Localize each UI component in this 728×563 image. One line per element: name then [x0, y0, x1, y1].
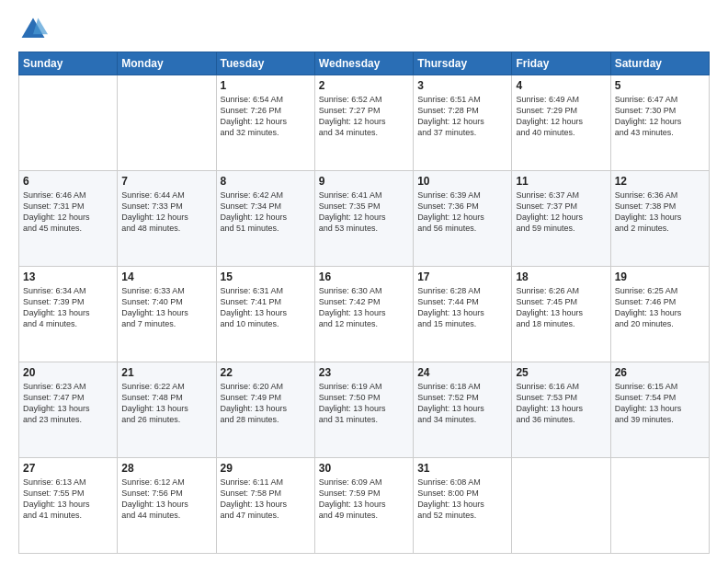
calendar-cell: 19Sunrise: 6:25 AM Sunset: 7:46 PM Dayli… — [610, 267, 709, 362]
calendar-cell: 25Sunrise: 6:16 AM Sunset: 7:53 PM Dayli… — [512, 362, 610, 458]
day-info: Sunrise: 6:42 AM Sunset: 7:34 PM Dayligh… — [221, 190, 311, 235]
calendar-week-5: 27Sunrise: 6:13 AM Sunset: 7:55 PM Dayli… — [19, 458, 710, 554]
calendar-cell: 12Sunrise: 6:36 AM Sunset: 7:38 PM Dayli… — [610, 171, 709, 267]
day-number: 6 — [23, 175, 113, 188]
day-info: Sunrise: 6:23 AM Sunset: 7:47 PM Dayligh… — [23, 381, 113, 426]
calendar-cell: 6Sunrise: 6:46 AM Sunset: 7:31 PM Daylig… — [19, 171, 118, 267]
day-number: 3 — [417, 79, 507, 92]
calendar-cell: 8Sunrise: 6:42 AM Sunset: 7:34 PM Daylig… — [216, 171, 314, 267]
day-number: 2 — [319, 79, 409, 92]
day-info: Sunrise: 6:33 AM Sunset: 7:40 PM Dayligh… — [121, 285, 211, 330]
calendar-cell: 14Sunrise: 6:33 AM Sunset: 7:40 PM Dayli… — [118, 267, 216, 362]
day-info: Sunrise: 6:30 AM Sunset: 7:42 PM Dayligh… — [319, 285, 409, 330]
day-info: Sunrise: 6:25 AM Sunset: 7:46 PM Dayligh… — [615, 285, 705, 330]
day-info: Sunrise: 6:28 AM Sunset: 7:44 PM Dayligh… — [417, 285, 507, 330]
calendar-cell: 9Sunrise: 6:41 AM Sunset: 7:35 PM Daylig… — [314, 171, 413, 267]
calendar-cell: 3Sunrise: 6:51 AM Sunset: 7:28 PM Daylig… — [414, 75, 512, 171]
day-info: Sunrise: 6:26 AM Sunset: 7:45 PM Dayligh… — [516, 285, 606, 330]
day-info: Sunrise: 6:22 AM Sunset: 7:48 PM Dayligh… — [121, 381, 211, 426]
calendar-cell: 29Sunrise: 6:11 AM Sunset: 7:58 PM Dayli… — [216, 458, 314, 554]
calendar-week-1: 1Sunrise: 6:54 AM Sunset: 7:26 PM Daylig… — [19, 75, 710, 171]
day-number: 14 — [121, 270, 211, 283]
day-number: 11 — [516, 175, 606, 188]
header — [18, 15, 710, 44]
day-number: 8 — [221, 175, 311, 188]
day-number: 26 — [615, 366, 705, 379]
calendar-cell: 27Sunrise: 6:13 AM Sunset: 7:55 PM Dayli… — [19, 458, 118, 554]
calendar-cell: 28Sunrise: 6:12 AM Sunset: 7:56 PM Dayli… — [118, 458, 216, 554]
calendar-cell: 16Sunrise: 6:30 AM Sunset: 7:42 PM Dayli… — [314, 267, 413, 362]
day-number: 20 — [23, 366, 113, 379]
day-info: Sunrise: 6:49 AM Sunset: 7:29 PM Dayligh… — [516, 94, 606, 139]
calendar-cell: 4Sunrise: 6:49 AM Sunset: 7:29 PM Daylig… — [512, 75, 610, 171]
calendar-cell: 24Sunrise: 6:18 AM Sunset: 7:52 PM Dayli… — [414, 362, 512, 458]
day-info: Sunrise: 6:09 AM Sunset: 7:59 PM Dayligh… — [319, 477, 409, 522]
calendar-cell: 2Sunrise: 6:52 AM Sunset: 7:27 PM Daylig… — [314, 75, 413, 171]
calendar-header-thursday: Thursday — [414, 52, 512, 75]
day-number: 18 — [516, 270, 606, 283]
calendar-week-3: 13Sunrise: 6:34 AM Sunset: 7:39 PM Dayli… — [19, 267, 710, 362]
calendar-table: SundayMondayTuesdayWednesdayThursdayFrid… — [18, 52, 710, 554]
day-info: Sunrise: 6:37 AM Sunset: 7:37 PM Dayligh… — [516, 190, 606, 235]
calendar-cell: 20Sunrise: 6:23 AM Sunset: 7:47 PM Dayli… — [19, 362, 118, 458]
calendar-cell: 26Sunrise: 6:15 AM Sunset: 7:54 PM Dayli… — [610, 362, 709, 458]
calendar-header-wednesday: Wednesday — [314, 52, 413, 75]
day-info: Sunrise: 6:12 AM Sunset: 7:56 PM Dayligh… — [121, 477, 211, 522]
day-number: 22 — [221, 366, 311, 379]
day-number: 27 — [23, 462, 113, 475]
day-number: 15 — [221, 270, 311, 283]
day-info: Sunrise: 6:36 AM Sunset: 7:38 PM Dayligh… — [615, 190, 705, 235]
page: SundayMondayTuesdayWednesdayThursdayFrid… — [0, 0, 728, 563]
calendar-cell: 30Sunrise: 6:09 AM Sunset: 7:59 PM Dayli… — [314, 458, 413, 554]
day-info: Sunrise: 6:46 AM Sunset: 7:31 PM Dayligh… — [23, 190, 113, 235]
day-info: Sunrise: 6:51 AM Sunset: 7:28 PM Dayligh… — [417, 94, 507, 139]
calendar-cell: 23Sunrise: 6:19 AM Sunset: 7:50 PM Dayli… — [314, 362, 413, 458]
calendar-header-row: SundayMondayTuesdayWednesdayThursdayFrid… — [19, 52, 710, 75]
day-info: Sunrise: 6:34 AM Sunset: 7:39 PM Dayligh… — [23, 285, 113, 330]
day-number: 9 — [319, 175, 409, 188]
day-info: Sunrise: 6:39 AM Sunset: 7:36 PM Dayligh… — [417, 190, 507, 235]
day-info: Sunrise: 6:47 AM Sunset: 7:30 PM Dayligh… — [615, 94, 705, 139]
calendar-cell — [512, 458, 610, 554]
day-number: 31 — [417, 462, 507, 475]
calendar-header-sunday: Sunday — [19, 52, 118, 75]
day-info: Sunrise: 6:44 AM Sunset: 7:33 PM Dayligh… — [121, 190, 211, 235]
calendar-cell — [610, 458, 709, 554]
day-number: 19 — [615, 270, 705, 283]
calendar-cell: 1Sunrise: 6:54 AM Sunset: 7:26 PM Daylig… — [216, 75, 314, 171]
day-number: 25 — [516, 366, 606, 379]
day-info: Sunrise: 6:11 AM Sunset: 7:58 PM Dayligh… — [221, 477, 311, 522]
day-number: 17 — [417, 270, 507, 283]
calendar-cell: 7Sunrise: 6:44 AM Sunset: 7:33 PM Daylig… — [118, 171, 216, 267]
calendar-week-4: 20Sunrise: 6:23 AM Sunset: 7:47 PM Dayli… — [19, 362, 710, 458]
day-info: Sunrise: 6:54 AM Sunset: 7:26 PM Dayligh… — [221, 94, 311, 139]
calendar-cell: 18Sunrise: 6:26 AM Sunset: 7:45 PM Dayli… — [512, 267, 610, 362]
calendar-cell: 15Sunrise: 6:31 AM Sunset: 7:41 PM Dayli… — [216, 267, 314, 362]
day-info: Sunrise: 6:15 AM Sunset: 7:54 PM Dayligh… — [615, 381, 705, 426]
calendar-cell: 10Sunrise: 6:39 AM Sunset: 7:36 PM Dayli… — [414, 171, 512, 267]
day-number: 29 — [221, 462, 311, 475]
day-info: Sunrise: 6:41 AM Sunset: 7:35 PM Dayligh… — [319, 190, 409, 235]
day-number: 5 — [615, 79, 705, 92]
day-number: 28 — [121, 462, 211, 475]
calendar-cell: 13Sunrise: 6:34 AM Sunset: 7:39 PM Dayli… — [19, 267, 118, 362]
calendar-cell — [19, 75, 118, 171]
day-number: 4 — [516, 79, 606, 92]
calendar-cell — [118, 75, 216, 171]
day-number: 10 — [417, 175, 507, 188]
day-info: Sunrise: 6:16 AM Sunset: 7:53 PM Dayligh… — [516, 381, 606, 426]
calendar-header-monday: Monday — [118, 52, 216, 75]
day-number: 23 — [319, 366, 409, 379]
calendar-header-friday: Friday — [512, 52, 610, 75]
calendar-header-tuesday: Tuesday — [216, 52, 314, 75]
day-info: Sunrise: 6:52 AM Sunset: 7:27 PM Dayligh… — [319, 94, 409, 139]
day-number: 24 — [417, 366, 507, 379]
calendar-cell: 22Sunrise: 6:20 AM Sunset: 7:49 PM Dayli… — [216, 362, 314, 458]
day-info: Sunrise: 6:31 AM Sunset: 7:41 PM Dayligh… — [221, 285, 311, 330]
day-info: Sunrise: 6:19 AM Sunset: 7:50 PM Dayligh… — [319, 381, 409, 426]
day-number: 12 — [615, 175, 705, 188]
calendar-week-2: 6Sunrise: 6:46 AM Sunset: 7:31 PM Daylig… — [19, 171, 710, 267]
day-info: Sunrise: 6:18 AM Sunset: 7:52 PM Dayligh… — [417, 381, 507, 426]
day-number: 13 — [23, 270, 113, 283]
day-number: 30 — [319, 462, 409, 475]
